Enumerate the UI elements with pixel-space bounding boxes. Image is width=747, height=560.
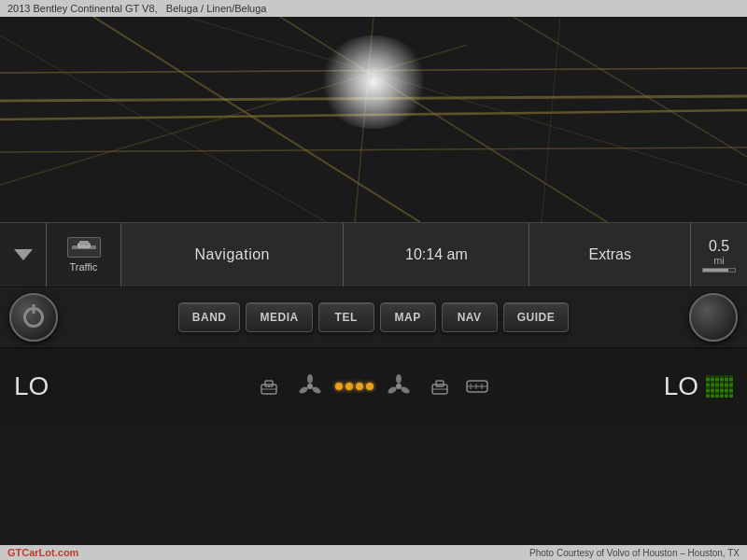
svg-point-21: [307, 374, 313, 384]
map-button[interactable]: MAP: [380, 302, 436, 332]
distance-bar: [702, 268, 736, 273]
svg-rect-18: [265, 381, 273, 386]
nav-info-bar: Navigation 10:14 am Extras 0.5 mi: [121, 223, 747, 287]
page-wrapper: 2013 Bentley Continental GT V8, Beluga /…: [0, 0, 747, 560]
navigation-text: Navigation: [194, 246, 270, 263]
distance-section[interactable]: 0.5 mi: [691, 223, 747, 287]
green-indicator: [706, 375, 733, 398]
climate-row: LO: [0, 348, 747, 423]
navigation-section[interactable]: Navigation: [121, 223, 344, 287]
amber-dot-4: [366, 383, 374, 390]
gtcarlot-logo: GTCarLot.com: [7, 547, 78, 558]
traffic-icon-svg: [70, 239, 98, 256]
dropdown-arrow-icon: [14, 249, 33, 260]
nav-screen: [0, 17, 747, 222]
dropdown-button[interactable]: [0, 223, 47, 287]
extras-text: Extras: [589, 246, 631, 263]
extras-section[interactable]: Extras: [529, 223, 691, 287]
distance-unit: mi: [713, 255, 725, 266]
distance-value: 0.5: [709, 238, 729, 255]
amber-dot-3: [356, 383, 363, 390]
traffic-icon: [67, 237, 101, 258]
fan-icon[interactable]: [296, 372, 324, 400]
right-knob-area: [672, 293, 738, 342]
power-icon: [23, 307, 44, 328]
control-bar-left: Traffic: [0, 223, 121, 287]
climate-center: [126, 372, 621, 400]
time-text: 10:14 am: [405, 246, 468, 263]
amber-dots-indicator: [335, 383, 374, 390]
svg-rect-0: [0, 17, 747, 222]
traffic-label: Traffic: [70, 261, 98, 273]
seat-heat-right-icon[interactable]: [424, 372, 452, 400]
nav-button[interactable]: NAV: [442, 302, 498, 332]
climate-temp-right: LO: [621, 371, 733, 401]
seat-heat-left-icon[interactable]: [257, 372, 285, 400]
tel-button[interactable]: TEL: [318, 302, 374, 332]
media-button[interactable]: MEDIA: [246, 302, 312, 332]
map-background: [0, 17, 747, 222]
time-section[interactable]: 10:14 am: [344, 223, 529, 287]
map-svg: [0, 17, 747, 222]
temp-display-left: LO: [14, 371, 49, 401]
svg-rect-29: [436, 381, 444, 386]
rear-defrost-icon[interactable]: [463, 372, 491, 400]
guide-button[interactable]: GUIDE: [503, 302, 570, 332]
svg-point-24: [396, 384, 402, 389]
control-bar: Traffic Navigation 10:14 am Extras 0.5: [0, 222, 747, 287]
title-bar: 2013 Bentley Continental GT V8, Beluga /…: [0, 0, 747, 17]
traffic-button[interactable]: Traffic: [47, 223, 120, 287]
watermark-bar: GTCarLot.com Photo Courtesy of Volvo of …: [0, 545, 747, 560]
amber-dot-1: [335, 383, 343, 390]
power-button[interactable]: [9, 293, 58, 342]
svg-point-20: [307, 384, 313, 389]
car-title: 2013 Bentley Continental GT V8, Beluga /…: [7, 3, 266, 14]
left-knob-area: [9, 293, 75, 342]
svg-point-25: [396, 374, 402, 384]
fan-icon-right[interactable]: [385, 372, 413, 400]
button-row: BAND MEDIA TEL MAP NAV GUIDE: [0, 287, 747, 348]
main-content: Traffic Navigation 10:14 am Extras 0.5: [0, 17, 747, 545]
temp-display-right: LO: [664, 371, 698, 401]
photo-credit: Photo Courtesy of Volvo of Houston – Hou…: [529, 548, 740, 558]
amber-dot-2: [345, 383, 353, 390]
band-button[interactable]: BAND: [178, 302, 241, 332]
climate-temp-left: LO: [14, 371, 126, 401]
buttons-center: BAND MEDIA TEL MAP NAV GUIDE: [75, 302, 672, 332]
svg-rect-16: [79, 241, 89, 245]
volume-knob[interactable]: [689, 293, 738, 342]
